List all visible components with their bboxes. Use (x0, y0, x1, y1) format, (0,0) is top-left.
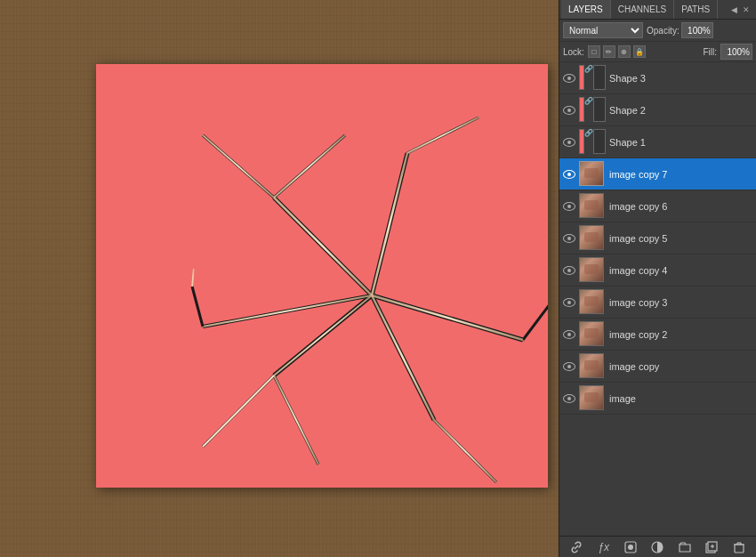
link-layers-button[interactable] (567, 539, 585, 555)
eye-icon (563, 362, 575, 371)
svg-line-20 (274, 135, 345, 198)
layer-row[interactable]: 🔗 Shape 3 (559, 62, 756, 94)
canvas-area[interactable] (96, 64, 548, 488)
svg-line-25 (192, 287, 203, 327)
layer-row[interactable]: image copy 6 (559, 190, 756, 222)
layer-visibility-image-copy5[interactable] (561, 230, 577, 246)
tab-channels[interactable]: CHANNELS (611, 0, 674, 19)
tab-layers[interactable]: LAYERS (561, 0, 611, 19)
layer-row[interactable]: image (559, 383, 756, 415)
eye-icon (563, 266, 575, 275)
layer-row[interactable]: 🔗 Shape 1 (559, 126, 756, 158)
lock-label: Lock: (563, 47, 584, 57)
svg-line-13 (274, 198, 372, 295)
layer-thumbnail-image-copy3 (579, 289, 606, 316)
lock-icons: □ ✏ ⊕ 🔒 (588, 45, 646, 58)
layer-visibility-shape1[interactable] (561, 134, 577, 150)
layers-toolbar: ƒx (559, 536, 756, 557)
layers-list[interactable]: 🔗 Shape 3 🔗 Shape 2 🔗 (559, 62, 756, 536)
eye-icon (563, 170, 575, 179)
fill-row: Fill: (703, 44, 752, 60)
layer-visibility-image-copy2[interactable] (561, 327, 577, 343)
svg-line-14 (372, 153, 407, 295)
layer-name-image-copy6: image copy 6 (607, 201, 754, 212)
svg-line-26 (192, 269, 194, 287)
layer-row[interactable]: image copy 4 (559, 254, 756, 287)
layer-thumbnail-image (579, 385, 606, 412)
layer-visibility-image-copy[interactable] (561, 359, 577, 375)
add-mask-button[interactable] (622, 539, 639, 555)
svg-line-19 (203, 135, 274, 198)
svg-line-23 (274, 375, 318, 464)
svg-line-24 (434, 420, 496, 482)
svg-line-16 (372, 295, 434, 420)
adjustment-layer-button[interactable] (648, 539, 666, 555)
layer-visibility-image-copy6[interactable] (561, 198, 577, 214)
svg-rect-34 (735, 545, 744, 553)
panel-collapse-button[interactable]: ◀ (729, 5, 738, 14)
eye-icon (563, 106, 575, 115)
eye-icon (563, 234, 575, 243)
layer-name-image-copy3: image copy 3 (607, 297, 754, 308)
svg-point-28 (628, 545, 633, 550)
layer-visibility-image-copy3[interactable] (561, 295, 577, 311)
layer-row[interactable]: image copy 5 (559, 222, 756, 254)
svg-line-12 (523, 304, 548, 340)
layer-name-shape2: Shape 2 (607, 105, 754, 116)
layer-name-image-copy2: image copy 2 (607, 329, 754, 340)
layer-row[interactable]: image copy 3 (559, 287, 756, 319)
new-layer-button[interactable] (703, 539, 720, 555)
delete-layer-button[interactable] (730, 539, 748, 555)
layer-name-image-copy7: image copy 7 (607, 169, 754, 180)
blend-opacity-row: Normal Dissolve Multiply Screen Overlay … (559, 20, 756, 42)
layer-thumbnail-image-copy5 (579, 225, 606, 252)
layer-visibility-shape3[interactable] (561, 70, 577, 86)
layer-visibility-image-copy4[interactable] (561, 262, 577, 278)
layer-thumbnail-shape2: 🔗 (579, 97, 606, 124)
layer-thumbnail-image-copy6 (579, 193, 606, 220)
layer-link-icon: 🔗 (585, 65, 592, 74)
layer-link-icon: 🔗 (585, 129, 592, 138)
layer-thumbnail-image-copy2 (579, 321, 606, 348)
opacity-input[interactable] (681, 22, 713, 38)
eye-icon (563, 298, 575, 307)
svg-line-22 (203, 375, 274, 447)
panel-tab-controls: ◀ ✕ (729, 5, 754, 14)
layer-link-icon: 🔗 (585, 97, 592, 106)
layer-row[interactable]: 🔗 Shape 2 (559, 94, 756, 126)
opacity-row: Opacity: (647, 22, 713, 38)
svg-line-15 (372, 295, 523, 340)
blend-mode-select[interactable]: Normal Dissolve Multiply Screen Overlay (563, 22, 643, 38)
layer-name-image-copy: image copy (607, 361, 754, 372)
layer-visibility-image[interactable] (561, 391, 577, 407)
panel-tabs: LAYERS CHANNELS PATHS ◀ ✕ (559, 0, 756, 20)
new-group-button[interactable] (676, 539, 694, 555)
lock-transparent-button[interactable]: □ (588, 45, 600, 58)
layer-name-shape1: Shape 1 (607, 137, 754, 148)
layer-row[interactable]: image copy (559, 351, 756, 383)
layer-thumbnail-shape1: 🔗 (579, 129, 606, 156)
layer-row-selected[interactable]: image copy 7 (559, 158, 756, 190)
fx-button[interactable]: ƒx (595, 539, 613, 555)
lock-move-button[interactable]: ⊕ (618, 45, 631, 58)
layer-name-image: image (607, 393, 754, 404)
svg-line-17 (274, 295, 372, 375)
eye-icon (563, 394, 575, 403)
layer-name-shape3: Shape 3 (607, 73, 754, 84)
layer-thumbnail-image-copy (579, 353, 606, 380)
layer-name-image-copy4: image copy 4 (607, 265, 754, 276)
layers-panel: LAYERS CHANNELS PATHS ◀ ✕ Normal Dissolv… (559, 0, 756, 557)
layer-visibility-shape2[interactable] (561, 102, 577, 118)
eye-icon (563, 138, 575, 147)
svg-line-18 (203, 295, 372, 327)
tab-paths[interactable]: PATHS (674, 0, 718, 19)
lock-all-button[interactable]: 🔒 (633, 45, 646, 58)
eye-icon (563, 74, 575, 83)
panel-close-button[interactable]: ✕ (742, 5, 751, 14)
layer-thumbnail-image-copy4 (579, 257, 606, 284)
layer-visibility-image-copy7[interactable] (561, 166, 577, 182)
lock-paint-button[interactable]: ✏ (603, 45, 615, 58)
fill-input[interactable] (720, 44, 752, 60)
svg-line-21 (407, 117, 479, 153)
layer-row[interactable]: image copy 2 (559, 319, 756, 351)
